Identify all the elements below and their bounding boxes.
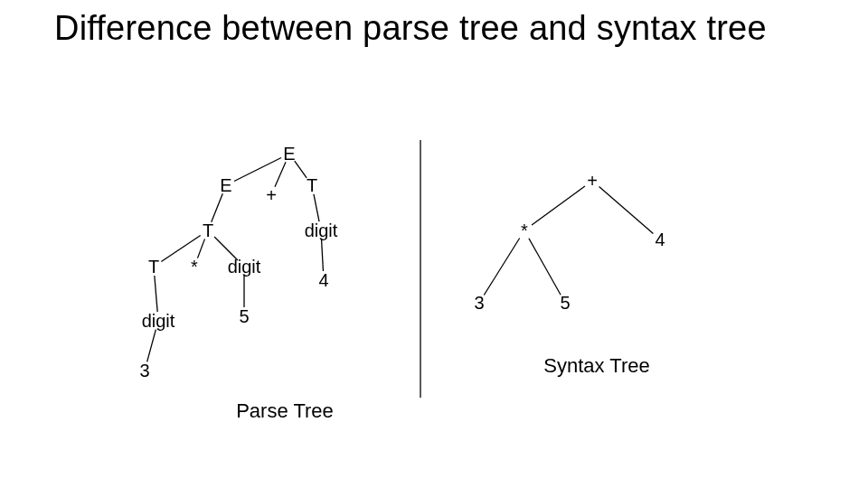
parse-edge-D3-N3 bbox=[147, 330, 156, 362]
parse-edge-D1-N4 bbox=[322, 239, 324, 271]
parse-node-n4: 4 bbox=[318, 270, 328, 291]
parse-node-d1: digit bbox=[305, 221, 338, 241]
parse-node-e2: E bbox=[220, 175, 231, 196]
syntax-edge-SM-S5 bbox=[529, 239, 561, 296]
parse-node-pl: + bbox=[266, 185, 277, 206]
syntax-node-sm: * bbox=[521, 221, 528, 241]
parse-node-t3: T bbox=[148, 257, 159, 277]
syntax-node-s5: 5 bbox=[560, 293, 570, 314]
syntax-tree-caption: Syntax Tree bbox=[543, 354, 649, 378]
parse-node-d3: digit bbox=[142, 311, 175, 332]
parse-tree-caption: Parse Tree bbox=[236, 399, 334, 423]
page-title: Difference between parse tree and syntax… bbox=[54, 9, 832, 49]
parse-node-d2: digit bbox=[228, 257, 261, 277]
parse-edge-T3-D3 bbox=[155, 276, 157, 312]
parse-node-n5: 5 bbox=[239, 306, 249, 327]
parse-node-n3: 3 bbox=[139, 361, 149, 381]
syntax-edge-SP-SM bbox=[532, 186, 585, 225]
parse-edge-T1-D1 bbox=[314, 194, 319, 221]
parse-edge-E2-T2 bbox=[212, 193, 223, 221]
parse-node-e1: E bbox=[283, 144, 295, 164]
parse-edge-E1-E2 bbox=[234, 157, 281, 181]
parse-node-t2: T bbox=[203, 221, 213, 241]
syntax-edge-SP-S4 bbox=[599, 187, 654, 234]
parse-edge-T2-AST bbox=[198, 239, 205, 258]
tree-diagram: Parse Tree Syntax Tree EE+TTdigitT*digit… bbox=[118, 136, 732, 434]
syntax-node-sp: + bbox=[587, 171, 598, 192]
parse-edge-E1-T1 bbox=[295, 161, 307, 178]
parse-edge-E1-PL bbox=[275, 162, 286, 187]
syntax-node-s4: 4 bbox=[655, 230, 665, 250]
edges-svg bbox=[118, 136, 732, 434]
parse-node-t1: T bbox=[307, 175, 317, 196]
parse-node-ast: * bbox=[191, 257, 198, 277]
syntax-node-s3: 3 bbox=[474, 293, 484, 314]
syntax-edge-SM-S3 bbox=[484, 238, 519, 295]
